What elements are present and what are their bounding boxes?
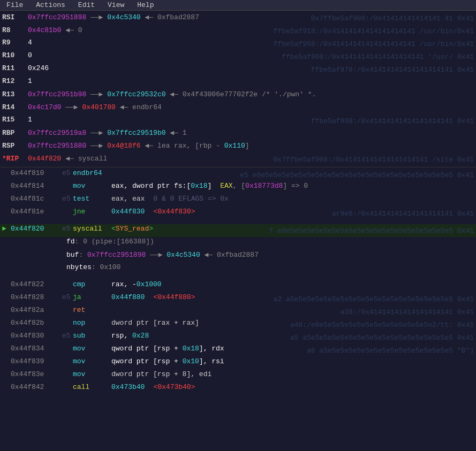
register-row-r14: R140x4c17d0 ——▶ 0x401780 ◀— endbr64 xyxy=(0,102,476,114)
register-name: R13 xyxy=(2,90,28,98)
disasm-mnemonic: ja xyxy=(73,293,111,301)
syscall-nbytes-row: nbytes: 0x100 xyxy=(0,263,476,276)
register-value: 0x44f820 ◀— syscall xyxy=(28,154,474,163)
disasm-mnemonic: mov xyxy=(73,345,111,353)
register-name: R10 xyxy=(2,51,28,59)
register-name: *RIP xyxy=(2,155,28,163)
registers-panel: RSI0x7ffcc2951898 ——▶ 0x4c5340 ◀— 0xfbad… xyxy=(0,11,476,167)
disasm-row: 0x44f82areta38:/0x41414141414141414141 0… xyxy=(0,305,476,318)
disasm-mnemonic: ret xyxy=(73,306,111,314)
disasm-operands: eax, eax0 & 0 EFLAGS => 0x xyxy=(111,195,474,203)
disasm-row: ►0x44f820e5syscall<SYS_read>f e0e5e5e5e5… xyxy=(0,224,476,237)
disasm-row: 0x44f83emovdword ptr [rsp + 8], edi xyxy=(0,370,476,383)
disasm-address: 0x44f820 xyxy=(11,225,62,233)
disasm-row: 0x44f842call0x473b40<0x473b40> xyxy=(0,383,476,395)
register-row-r8: R80x4c81b0 ◀— 0ffbe5af918:/0x41414141414… xyxy=(0,25,476,37)
register-name: R15 xyxy=(2,116,28,124)
register-value: 1 xyxy=(28,116,474,124)
disasm-operands: eax, dword ptr fs:[0x18]EAX, [0x18773d8]… xyxy=(111,182,474,190)
disasm-address: 0x44f842 xyxy=(11,383,62,391)
disasm-bytes: e5 xyxy=(62,332,73,340)
register-name: R12 xyxy=(2,77,28,85)
register-row-rip: *RIP0x44f820 ◀— syscall0x7ffbe5af908:/0x… xyxy=(0,153,476,166)
disasm-mnemonic: mov xyxy=(73,182,111,190)
disasm-mnemonic: mov xyxy=(73,357,111,365)
disasm-mnemonic: syscall xyxy=(73,225,111,233)
register-row-r12: R121 xyxy=(0,76,476,89)
menu-actions[interactable]: Actions xyxy=(34,1,67,9)
disasm-mnemonic: test xyxy=(73,195,111,203)
register-row-r15: R151ffbe5af998:/0x41414141414141414141 0… xyxy=(0,114,476,127)
register-row-r13: R130x7ffcc2951b98 ——▶ 0x7ffcc29532c0 ◀— … xyxy=(0,89,476,102)
register-value: 0x7ffcc29519a8 ——▶ 0x7ffcc29519b0 ◀— 1 xyxy=(28,128,474,137)
disasm-address: 0x44f834 xyxy=(11,345,62,353)
register-row-rsp: RSP0x7ffcc2951880 ——▶ 0x4@18f6 ◀— lea ra… xyxy=(0,140,476,153)
disasm-mnemonic: nop xyxy=(73,319,111,327)
disasm-panel: 0x44f810e5endbr64e5 e0e5e5e5e5e5e5e5e5e5… xyxy=(0,167,476,396)
register-name: RSI xyxy=(2,13,28,21)
disasm-mnemonic: jne xyxy=(73,208,111,216)
menu-file[interactable]: File xyxy=(4,1,25,9)
register-name: RSP xyxy=(2,142,28,150)
disasm-address: 0x44f839 xyxy=(11,357,62,365)
disasm-bytes: e5 xyxy=(62,293,73,301)
disasm-operands: 0x44f830<0x44f830> xyxy=(111,208,474,216)
disasm-address: 0x44f810 xyxy=(11,169,62,177)
disasm-bytes: e5 xyxy=(62,169,73,177)
disasm-operands: 0x473b40<0x473b40> xyxy=(111,383,474,391)
disasm-row: 0x44f81ejne0x44f830<0x44f830>ar9e8:/0x41… xyxy=(0,207,476,220)
register-name: R8 xyxy=(2,26,28,34)
register-row-r11: R110x246ffbe5af978:/0x414141414141414141… xyxy=(0,63,476,76)
register-value: 0x7ffcc2951880 ——▶ 0x4@18f6 ◀— lea rax, … xyxy=(28,141,474,150)
register-row-r10: R100ffbe5af968:/0x41414141414141414141 '… xyxy=(0,50,476,63)
disasm-row: 0x44f830e5subrsp, 0x28a5 a5e5e5e5e5e5e5e… xyxy=(0,331,476,344)
disasm-mnemonic: mov xyxy=(73,370,111,378)
register-row-r9: R94ffbe5af958:/0x41414141414141414141 /u… xyxy=(0,37,476,50)
register-value: 0x4c81b0 ◀— 0 xyxy=(28,26,474,34)
register-name: R9 xyxy=(2,39,28,47)
menu-help[interactable]: Help xyxy=(135,1,156,9)
disasm-row: 0x44f828e5ja0x44f880<0x44f880>a2 a5e5e5e… xyxy=(0,293,476,305)
disasm-row: 0x44f834movqword ptr [rsp + 0x18], rdxa6… xyxy=(0,344,476,357)
disasm-operands: qword ptr [rsp + 0x10], rsi xyxy=(111,357,474,365)
disasm-row: 0x44f822cmprax, -0x1000 xyxy=(0,280,476,293)
register-value: 0x7ffcc2951b98 ——▶ 0x7ffcc29532c0 ◀— 0x4… xyxy=(28,90,474,98)
register-row-rbp: RBP0x7ffcc29519a8 ——▶ 0x7ffcc29519b0 ◀— … xyxy=(0,127,476,140)
disasm-row: 0x44f839movqword ptr [rsp + 0x10], rsi xyxy=(0,357,476,370)
register-name: R14 xyxy=(2,103,28,111)
disasm-operands: rsp, 0x28 xyxy=(111,332,474,340)
disasm-row: 0x44f82bnopdword ptr [rax + rax]a48:/e0e… xyxy=(0,318,476,331)
syscall-buf-row: buf: 0x7ffcc2951898 ——▶ 0x4c5340 ◀— 0xfb… xyxy=(0,250,476,263)
disasm-mnemonic: call xyxy=(73,383,111,391)
disasm-operands: qword ptr [rsp + 0x18], rdx xyxy=(111,345,474,353)
disasm-address: 0x44f81e xyxy=(11,208,62,216)
menu-edit[interactable]: Edit xyxy=(76,1,97,9)
disasm-operands: 0x44f880<0x44f880> xyxy=(111,293,474,301)
disasm-mnemonic: sub xyxy=(73,332,111,340)
disasm-address: 0x44f83e xyxy=(11,370,62,378)
disasm-address: 0x44f830 xyxy=(11,332,62,340)
disasm-mnemonic: cmp xyxy=(73,280,111,288)
disasm-operands: rax, -0x1000 xyxy=(111,280,474,288)
disasm-row: 0x44f814moveax, dword ptr fs:[0x18]EAX, … xyxy=(0,181,476,194)
current-arrow: ► xyxy=(2,225,11,233)
menubar: File Actions Edit View Help xyxy=(0,0,476,11)
register-value: 4 xyxy=(28,39,474,47)
disasm-row: 0x44f810e5endbr64e5 e0e5e5e5e5e5e5e5e5e5… xyxy=(0,169,476,181)
menu-view[interactable]: View xyxy=(105,1,126,9)
register-row-rsi: RSI0x7ffcc2951898 ——▶ 0x4c5340 ◀— 0xfbad… xyxy=(0,12,476,25)
register-value: 0 xyxy=(28,51,474,59)
register-value: 0x7ffcc2951898 ——▶ 0x4c5340 ◀— 0xfbad288… xyxy=(28,13,474,21)
register-name: RBP xyxy=(2,129,28,137)
disasm-mnemonic: endbr64 xyxy=(73,169,111,177)
disasm-operands: dword ptr [rsp + 8], edi xyxy=(111,370,474,378)
disasm-row: 0x44f81ce5testeax, eax0 & 0 EFLAGS => 0x xyxy=(0,194,476,207)
disasm-operands: dword ptr [rax + rax] xyxy=(111,319,474,327)
register-value: 0x4c17d0 ——▶ 0x401780 ◀— endbr64 xyxy=(28,103,474,111)
disasm-address: 0x44f82a xyxy=(11,306,62,314)
disasm-bytes: e5 xyxy=(62,225,73,233)
disasm-operands: <SYS_read> xyxy=(111,225,474,233)
disasm-address: 0x44f82b xyxy=(11,319,62,327)
disasm-address: 0x44f81c xyxy=(11,195,62,203)
disasm-address: 0x44f828 xyxy=(11,293,62,301)
